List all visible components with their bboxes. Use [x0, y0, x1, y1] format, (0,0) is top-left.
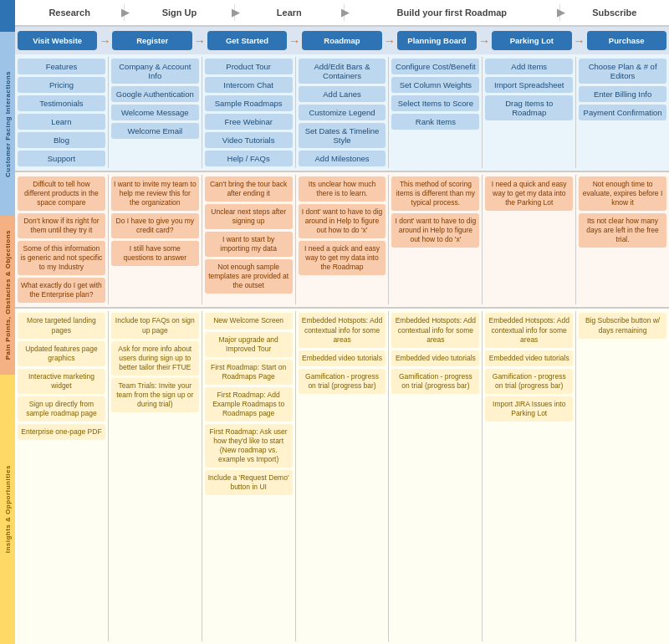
phase-header-row: Research ▶ Sign Up ▶ Learn ▶ Build your …: [15, 0, 669, 27]
action-register[interactable]: Register: [112, 31, 192, 50]
pain-col-planning: This method of scoring items is differen…: [389, 175, 483, 304]
phase-signup: Sign Up ▶: [125, 4, 234, 21]
list-item: Gamification - progress on trial (progre…: [391, 369, 479, 394]
list-item: Embedded video tutorials: [485, 350, 573, 366]
insights-col-parkinglot: Embedded Hotspots: Add contextual info f…: [483, 311, 576, 641]
list-item: I want to start by importing my data: [205, 232, 293, 257]
list-item: Choose Plan & # of Editors: [579, 59, 666, 84]
list-item: Pricing: [18, 77, 105, 93]
list-item: Sign up directly from sample roadmap pag…: [18, 396, 105, 422]
list-item: Welcome Message: [111, 105, 199, 120]
insights-col-subscribe: Big Subscribe button w/ days remaining: [576, 311, 669, 641]
list-item: Add Items: [485, 59, 573, 74]
actions-side-label: [0, 0, 15, 32]
pain-section: Difficult to tell how different products…: [15, 172, 669, 309]
list-item: Add Lanes: [299, 86, 386, 102]
list-item: Customize Legend: [299, 105, 386, 120]
list-item: Set Column Weights: [391, 77, 479, 93]
list-item: Company & Account Info: [111, 59, 199, 84]
list-item: Include top FAQs on sign up page: [111, 313, 199, 338]
pain-col-build: Its unclear how much there is to learn. …: [296, 175, 390, 304]
action-parking-lot[interactable]: Parking Lot: [492, 31, 571, 50]
list-item: Embedded Hotspots: Add contextual info f…: [485, 313, 573, 347]
action-arrow-4: →: [384, 34, 396, 48]
list-item: Its not clear how many days are left in …: [579, 213, 666, 248]
phase-build: Build your first Roadmap ▶: [345, 4, 560, 21]
list-item: I want to invite my team to help me revi…: [111, 176, 199, 211]
list-item: Not enough time to evaluate, expires bef…: [579, 176, 666, 211]
customer-col-planning: Configure Cost/Benefit Set Column Weight…: [389, 57, 483, 168]
list-item: Free Webinar: [205, 114, 293, 130]
list-item: Some of this information is generic and …: [18, 241, 105, 275]
list-item: Updated features page graphics: [18, 341, 105, 366]
pain-col-research: Difficult to tell how different products…: [15, 175, 109, 304]
list-item: I need a quick and easy way to get my da…: [485, 176, 573, 211]
list-item: First Roadmap: Ask user how they'd like …: [205, 424, 293, 468]
customer-col-build: Add/Edit Bars & Containers Add Lanes Cus…: [296, 57, 390, 168]
action-arrow-2: →: [194, 34, 206, 48]
insights-col-planning: Embedded Hotspots: Add contextual info f…: [389, 311, 483, 641]
list-item: Enterprise one-page PDF: [18, 424, 105, 440]
list-item: Embedded Hotspots: Add contextual info f…: [299, 313, 386, 347]
list-item: Payment Confirmation: [579, 105, 666, 120]
insights-col-learn: New Welcome Screen Major upgrade and Imp…: [202, 311, 296, 641]
list-item: I still have some questions to answer: [111, 241, 199, 266]
list-item: Learn: [18, 114, 105, 130]
pain-col-subscribe: Not enough time to evaluate, expires bef…: [576, 175, 669, 304]
list-item: Don't know if its right for them until t…: [18, 213, 105, 238]
list-item: Not enough sample templates are provided…: [205, 259, 293, 294]
list-item: Gamification - progress on trial (progre…: [485, 369, 573, 394]
list-item: Welcome Email: [111, 123, 199, 139]
list-item: Include a 'Request Demo' button in UI: [205, 470, 293, 495]
list-item: Set Dates & Timeline Style: [299, 123, 386, 148]
list-item: Testimonials: [18, 95, 105, 111]
list-item: Embedded Hotspots: Add contextual info f…: [391, 313, 479, 347]
pain-col-parkinglot: I need a quick and easy way to get my da…: [483, 175, 576, 304]
pain-col-signup: I want to invite my team to help me revi…: [109, 175, 202, 304]
action-arrow-6: →: [574, 34, 585, 48]
action-planning-board[interactable]: Planning Board: [397, 31, 477, 50]
customer-side-label: Customer Facing Interactions: [0, 32, 15, 216]
list-item: Add/Edit Bars & Containers: [299, 59, 386, 84]
phase-learn: Learn ▶: [235, 4, 345, 21]
pain-side-label: Pain Points, Obstacles & Objections: [0, 216, 15, 375]
action-purchase[interactable]: Purchase: [587, 31, 666, 50]
list-item: Difficult to tell how different products…: [18, 176, 105, 211]
list-item: Import Spreadsheet: [485, 77, 573, 93]
list-item: Drag Items to Roadmap: [485, 95, 573, 120]
list-item: What exactly do I get with the Enterpris…: [18, 278, 105, 303]
list-item: Embedded video tutorials: [391, 350, 479, 366]
list-item: Enter Billing Info: [579, 86, 666, 102]
customer-col-research: Features Pricing Testimonials Learn Blog…: [15, 57, 109, 168]
customer-col-learn: Product Tour Intercom Chat Sample Roadma…: [202, 57, 296, 168]
list-item: Features: [18, 59, 105, 74]
list-item: New Welcome Screen: [205, 313, 293, 329]
action-get-started[interactable]: Get Started: [207, 31, 287, 50]
list-item: Select Items to Score: [391, 95, 479, 111]
list-item: Its unclear how much there is to learn.: [299, 176, 386, 202]
insights-col-research: More targeted landing pages Updated feat…: [15, 311, 109, 641]
insights-side-label: Insights & Opportunities: [0, 375, 15, 644]
phase-research: Research ▶: [15, 4, 125, 21]
list-item: Major upgrade and Improved Tour: [205, 332, 293, 357]
list-item: Intercom Chat: [205, 77, 293, 93]
list-item: This method of scoring items is differen…: [391, 176, 479, 211]
actions-row: Visit Website → Register → Get Started →…: [15, 27, 669, 54]
list-item: Team Trials: Invite your team from the s…: [111, 378, 199, 412]
list-item: Video Tutorials: [205, 132, 293, 148]
list-item: I need a quick and easy way to get my da…: [299, 241, 386, 275]
action-visit-website[interactable]: Visit Website: [18, 31, 97, 50]
insights-col-build: Embedded Hotspots: Add contextual info f…: [296, 311, 390, 641]
list-item: First Roadmap: Add Example Roadmaps to R…: [205, 387, 293, 422]
customer-col-subscribe: Choose Plan & # of Editors Enter Billing…: [576, 57, 669, 168]
list-item: Unclear next steps after signing up: [205, 204, 293, 229]
list-item: I dont' want to have to dig around in He…: [391, 213, 479, 248]
list-item: Support: [18, 151, 105, 166]
pain-col-learn: Can't bring the tour back after ending i…: [202, 175, 296, 304]
list-item: Gamification - progress on trial (progre…: [299, 369, 386, 394]
list-item: More targeted landing pages: [18, 313, 105, 338]
list-item: First Roadmap: Start on Roadmaps Page: [205, 360, 293, 385]
list-item: Embedded video tutorials: [299, 350, 386, 366]
action-roadmap[interactable]: Roadmap: [302, 31, 381, 50]
customer-col-signup: Company & Account Info Google Authentica…: [109, 57, 202, 168]
